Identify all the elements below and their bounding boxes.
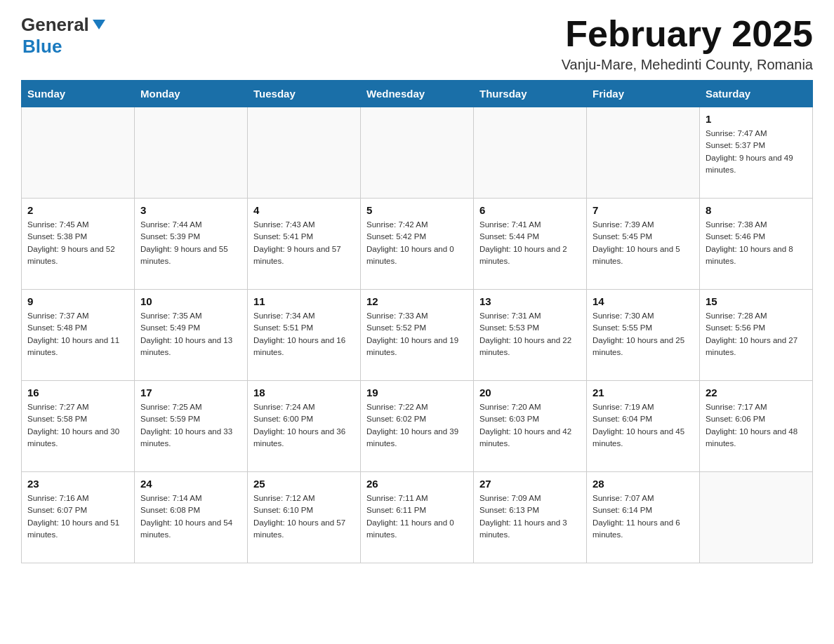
day-info: Sunrise: 7:16 AMSunset: 6:07 PMDaylight:… [27, 492, 128, 541]
day-number: 27 [479, 478, 581, 490]
day-info: Sunrise: 7:34 AMSunset: 5:51 PMDaylight:… [253, 310, 355, 358]
day-info: Sunrise: 7:33 AMSunset: 5:52 PMDaylight:… [366, 310, 468, 358]
calendar-cell: 16Sunrise: 7:27 AMSunset: 5:58 PMDayligh… [22, 381, 135, 472]
day-number: 3 [140, 204, 241, 216]
day-info: Sunrise: 7:44 AMSunset: 5:39 PMDaylight:… [140, 219, 241, 267]
calendar-cell: 17Sunrise: 7:25 AMSunset: 5:59 PMDayligh… [135, 381, 248, 472]
title-section: February 2025 Vanju-Mare, Mehedinti Coun… [562, 14, 813, 73]
calendar-cell: 26Sunrise: 7:11 AMSunset: 6:11 PMDayligh… [361, 472, 474, 563]
page-header: General Blue February 2025 Vanju-Mare, M… [21, 14, 813, 73]
day-info: Sunrise: 7:39 AMSunset: 5:45 PMDaylight:… [593, 219, 694, 267]
calendar-cell: 2Sunrise: 7:45 AMSunset: 5:38 PMDaylight… [22, 199, 135, 290]
calendar-cell [700, 472, 813, 563]
calendar-cell: 19Sunrise: 7:22 AMSunset: 6:02 PMDayligh… [361, 381, 474, 472]
calendar-cell: 25Sunrise: 7:12 AMSunset: 6:10 PMDayligh… [248, 472, 361, 563]
calendar-cell: 12Sunrise: 7:33 AMSunset: 5:52 PMDayligh… [361, 290, 474, 381]
calendar-cell: 10Sunrise: 7:35 AMSunset: 5:49 PMDayligh… [135, 290, 248, 381]
day-number: 17 [140, 387, 241, 398]
day-info: Sunrise: 7:45 AMSunset: 5:38 PMDaylight:… [27, 219, 128, 267]
header-sunday: Sunday [22, 81, 135, 107]
day-info: Sunrise: 7:47 AMSunset: 5:37 PMDaylight:… [706, 128, 807, 176]
calendar-cell: 27Sunrise: 7:09 AMSunset: 6:13 PMDayligh… [474, 472, 587, 563]
calendar-cell [587, 107, 700, 199]
day-info: Sunrise: 7:30 AMSunset: 5:55 PMDaylight:… [593, 310, 694, 358]
day-number: 8 [706, 204, 807, 216]
calendar-cell: 6Sunrise: 7:41 AMSunset: 5:44 PMDaylight… [474, 199, 587, 290]
location: Vanju-Mare, Mehedinti County, Romania [562, 57, 813, 73]
header-monday: Monday [135, 81, 248, 107]
day-info: Sunrise: 7:42 AMSunset: 5:42 PMDaylight:… [366, 219, 468, 267]
day-number: 24 [140, 478, 241, 490]
day-info: Sunrise: 7:43 AMSunset: 5:41 PMDaylight:… [253, 219, 355, 267]
calendar-cell: 24Sunrise: 7:14 AMSunset: 6:08 PMDayligh… [135, 472, 248, 563]
logo-general-text: General [21, 14, 89, 36]
day-number: 10 [140, 295, 241, 307]
day-number: 19 [366, 387, 468, 398]
day-number: 16 [27, 387, 128, 398]
day-info: Sunrise: 7:37 AMSunset: 5:48 PMDaylight:… [27, 310, 128, 358]
day-info: Sunrise: 7:20 AMSunset: 6:03 PMDaylight:… [479, 401, 581, 450]
calendar-cell [474, 107, 587, 199]
week-row-5: 23Sunrise: 7:16 AMSunset: 6:07 PMDayligh… [22, 472, 813, 563]
day-info: Sunrise: 7:31 AMSunset: 5:53 PMDaylight:… [479, 310, 581, 358]
calendar-cell: 28Sunrise: 7:07 AMSunset: 6:14 PMDayligh… [587, 472, 700, 563]
week-row-3: 9Sunrise: 7:37 AMSunset: 5:48 PMDaylight… [22, 290, 813, 381]
day-number: 15 [706, 295, 807, 307]
day-info: Sunrise: 7:14 AMSunset: 6:08 PMDaylight:… [140, 492, 241, 541]
day-number: 6 [479, 204, 581, 216]
day-info: Sunrise: 7:25 AMSunset: 5:59 PMDaylight:… [140, 401, 241, 450]
calendar-cell: 20Sunrise: 7:20 AMSunset: 6:03 PMDayligh… [474, 381, 587, 472]
day-number: 9 [27, 295, 128, 307]
day-info: Sunrise: 7:22 AMSunset: 6:02 PMDaylight:… [366, 401, 468, 450]
day-number: 1 [706, 113, 807, 125]
day-number: 20 [479, 387, 581, 398]
day-number: 7 [593, 204, 694, 216]
day-number: 11 [253, 295, 355, 307]
day-number: 2 [27, 204, 128, 216]
day-number: 13 [479, 295, 581, 307]
logo-blue-text: Blue [22, 36, 62, 57]
header-tuesday: Tuesday [248, 81, 361, 107]
day-number: 21 [593, 387, 694, 398]
day-number: 22 [706, 387, 807, 398]
header-thursday: Thursday [474, 81, 587, 107]
day-info: Sunrise: 7:24 AMSunset: 6:00 PMDaylight:… [253, 401, 355, 450]
header-wednesday: Wednesday [361, 81, 474, 107]
calendar-cell: 5Sunrise: 7:42 AMSunset: 5:42 PMDaylight… [361, 199, 474, 290]
logo: General Blue [21, 14, 107, 58]
day-info: Sunrise: 7:35 AMSunset: 5:49 PMDaylight:… [140, 310, 241, 358]
header-friday: Friday [587, 81, 700, 107]
day-number: 28 [593, 478, 694, 490]
calendar-cell: 8Sunrise: 7:38 AMSunset: 5:46 PMDaylight… [700, 199, 813, 290]
calendar-cell: 21Sunrise: 7:19 AMSunset: 6:04 PMDayligh… [587, 381, 700, 472]
day-info: Sunrise: 7:11 AMSunset: 6:11 PMDaylight:… [366, 492, 468, 541]
calendar-cell: 23Sunrise: 7:16 AMSunset: 6:07 PMDayligh… [22, 472, 135, 563]
calendar-cell: 1Sunrise: 7:47 AMSunset: 5:37 PMDaylight… [700, 107, 813, 199]
day-info: Sunrise: 7:12 AMSunset: 6:10 PMDaylight:… [253, 492, 355, 541]
calendar-cell: 9Sunrise: 7:37 AMSunset: 5:48 PMDaylight… [22, 290, 135, 381]
calendar-cell: 14Sunrise: 7:30 AMSunset: 5:55 PMDayligh… [587, 290, 700, 381]
day-info: Sunrise: 7:07 AMSunset: 6:14 PMDaylight:… [593, 492, 694, 541]
calendar-table: Sunday Monday Tuesday Wednesday Thursday… [21, 80, 813, 563]
day-number: 12 [366, 295, 468, 307]
day-info: Sunrise: 7:28 AMSunset: 5:56 PMDaylight:… [706, 310, 807, 358]
calendar-cell: 4Sunrise: 7:43 AMSunset: 5:41 PMDaylight… [248, 199, 361, 290]
calendar-cell: 11Sunrise: 7:34 AMSunset: 5:51 PMDayligh… [248, 290, 361, 381]
calendar-cell [361, 107, 474, 199]
calendar-cell [135, 107, 248, 199]
calendar-cell [22, 107, 135, 199]
week-row-1: 1Sunrise: 7:47 AMSunset: 5:37 PMDaylight… [22, 107, 813, 199]
calendar-cell: 15Sunrise: 7:28 AMSunset: 5:56 PMDayligh… [700, 290, 813, 381]
svg-marker-0 [93, 20, 105, 29]
day-number: 23 [27, 478, 128, 490]
calendar-cell: 13Sunrise: 7:31 AMSunset: 5:53 PMDayligh… [474, 290, 587, 381]
day-number: 18 [253, 387, 355, 398]
calendar-cell: 18Sunrise: 7:24 AMSunset: 6:00 PMDayligh… [248, 381, 361, 472]
week-row-4: 16Sunrise: 7:27 AMSunset: 5:58 PMDayligh… [22, 381, 813, 472]
day-number: 25 [253, 478, 355, 490]
day-info: Sunrise: 7:41 AMSunset: 5:44 PMDaylight:… [479, 219, 581, 267]
logo-arrow-icon [91, 17, 107, 35]
calendar-header-row: Sunday Monday Tuesday Wednesday Thursday… [22, 81, 813, 107]
day-info: Sunrise: 7:17 AMSunset: 6:06 PMDaylight:… [706, 401, 807, 450]
month-title: February 2025 [562, 14, 813, 54]
